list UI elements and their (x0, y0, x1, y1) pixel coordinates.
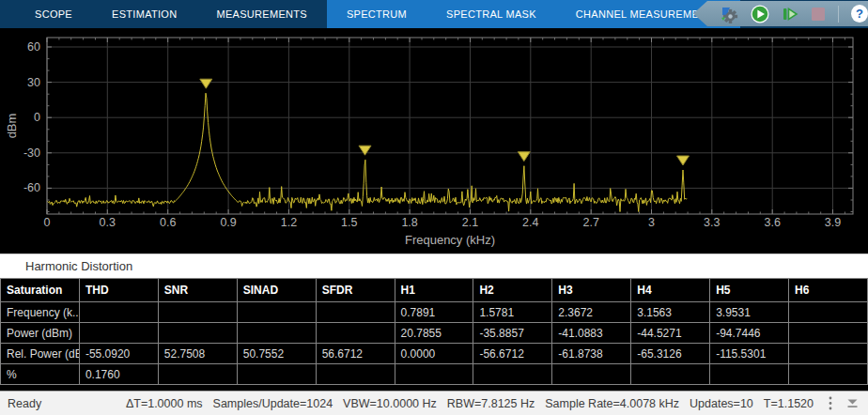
table-row: Frequency (k...0.78911.57812.36723.15633… (1, 302, 868, 323)
status-bar: Ready ΔT=1.0000 ms Samples/Update=1024 V… (0, 391, 868, 415)
table-cell: -35.8857 (473, 323, 552, 344)
status-rbw: RBW=7.8125 Hz (447, 397, 535, 410)
table-cell (710, 364, 789, 385)
table-cell (789, 302, 868, 323)
tab-spectrum[interactable]: SPECTRUM (327, 0, 426, 28)
table-column-header: H6 (789, 279, 868, 302)
x-tick-label: 3.6 (765, 216, 781, 229)
table-cell (79, 302, 158, 323)
x-tick-label: 2.1 (462, 216, 478, 229)
table-cell (79, 323, 158, 344)
y-tick-label: 0 (34, 111, 40, 124)
harmonic-distortion-header: Harmonic Distortion (0, 254, 868, 278)
status-state: Ready (8, 397, 41, 410)
status-samples-per-update: Samples/Update=1024 (213, 397, 333, 410)
y-tick-label: -60 (23, 181, 40, 194)
x-tick-label: 3.3 (704, 216, 720, 229)
status-sample-rate: Sample Rate=4.0078 kHz (545, 397, 679, 410)
row-label: Rel. Power (dB... (1, 344, 80, 364)
status-delta-t: ΔT=1.0000 ms (126, 397, 203, 410)
harmonic-marker (359, 146, 371, 155)
table-cell (158, 302, 237, 323)
x-tick-label: 1.5 (341, 216, 357, 229)
x-tick-label: 0.9 (220, 216, 236, 229)
x-tick-label: 0.3 (100, 216, 116, 229)
table-cell: 3.9531 (710, 302, 789, 323)
x-tick-label: 0 (44, 216, 51, 229)
table-cell: 56.6712 (316, 344, 395, 364)
table-column-header: H5 (710, 279, 789, 302)
tab-estimation[interactable]: ESTIMATION (92, 0, 196, 28)
tab-scope[interactable]: SCOPE (15, 0, 92, 28)
x-tick-label: 0.6 (160, 216, 176, 229)
y-tick-label: 30 (27, 76, 40, 89)
row-label: % (1, 364, 80, 385)
table-cell (789, 364, 868, 385)
help-icon[interactable]: ? (851, 5, 868, 23)
y-axis-label: dBm (5, 114, 19, 139)
table-cell: 20.7855 (395, 323, 473, 344)
table-cell (631, 364, 710, 385)
y-tick-label: -30 (23, 146, 40, 160)
table-cell: 3.1563 (631, 302, 710, 323)
table-row: Power (dBm)20.7855-35.8857-41.0883-44.52… (1, 323, 868, 344)
table-cell (395, 364, 473, 385)
table-cell (158, 364, 237, 385)
table-cell (789, 323, 868, 344)
table-cell (789, 344, 868, 364)
toolstrip: SCOPE ESTIMATION MEASUREMENTS SPECTRUM S… (0, 0, 868, 28)
table-cell: 52.7508 (158, 344, 237, 364)
table-cell: 1.5781 (473, 302, 552, 323)
step-forward-icon[interactable] (782, 6, 798, 23)
harmonic-distortion-table: SaturationTHDSNRSINADSFDRH1H2H3H4H5H6 Fr… (0, 278, 868, 391)
table-cell: -44.5271 (631, 323, 710, 344)
table-cell (316, 364, 395, 385)
run-icon[interactable] (751, 5, 769, 23)
table-cell (237, 364, 316, 385)
overflow-menu-icon[interactable] (829, 396, 832, 410)
x-tick-label: 2.7 (583, 216, 599, 229)
tab-group-spectrum-analyzer: SPECTRUM SPECTRAL MASK CHANNEL MEASUREME… (327, 0, 740, 28)
simulation-toolbar: ? (693, 1, 868, 26)
simulation-settings-icon[interactable] (720, 5, 738, 23)
x-axis-label: Frequency (kHz) (405, 233, 495, 247)
tab-spectral-mask[interactable]: SPECTRAL MASK (426, 0, 556, 28)
table-cell: -61.8738 (552, 344, 631, 364)
toolbar-separator (838, 6, 839, 23)
table-cell (237, 302, 316, 323)
x-tick-label: 1.2 (281, 216, 297, 229)
harmonic-marker (518, 152, 530, 161)
table-cell: 50.7552 (237, 344, 316, 364)
table-header-row: SaturationTHDSNRSINADSFDRH1H2H3H4H5H6 (1, 279, 868, 302)
table-cell (552, 364, 631, 385)
table-column-header: SNR (158, 279, 237, 302)
table-row: Rel. Power (dB...-55.092052.750850.75525… (1, 344, 868, 364)
table-cell: -94.7446 (710, 323, 789, 344)
table-cell (473, 364, 552, 385)
table-column-header: H2 (473, 279, 552, 302)
table-column-header: THD (79, 279, 158, 302)
status-time: T=1.1520 (764, 397, 814, 410)
tab-measurements[interactable]: MEASUREMENTS (196, 0, 327, 28)
table-column-header: H1 (395, 279, 473, 302)
stop-icon[interactable] (811, 7, 826, 22)
x-tick-label: 2.4 (522, 216, 538, 229)
table-column-header: H3 (552, 279, 631, 302)
table-column-header: Saturation (1, 279, 80, 302)
table-cell: -65.3126 (631, 344, 710, 364)
table-cell: 0.7891 (395, 302, 473, 323)
table-column-header: H4 (631, 279, 710, 302)
collapse-icon[interactable] (846, 398, 859, 408)
table-cell (158, 323, 237, 344)
table-cell: 2.3672 (552, 302, 631, 323)
row-label: Frequency (k... (1, 302, 80, 323)
table-cell: -55.0920 (79, 344, 158, 364)
harmonic-marker (200, 79, 212, 88)
status-updates: Updates=10 (690, 397, 753, 410)
table-cell: 0.1760 (79, 364, 158, 385)
status-vbw: VBW=10.0000 Hz (343, 397, 437, 410)
table-cell (316, 323, 395, 344)
spectrum-plot: 00.30.60.91.21.51.82.12.42.733.33.63.960… (0, 28, 868, 254)
spectrum-display: 00.30.60.91.21.51.82.12.42.733.33.63.960… (0, 28, 868, 254)
table-row: %0.1760 (1, 364, 868, 385)
